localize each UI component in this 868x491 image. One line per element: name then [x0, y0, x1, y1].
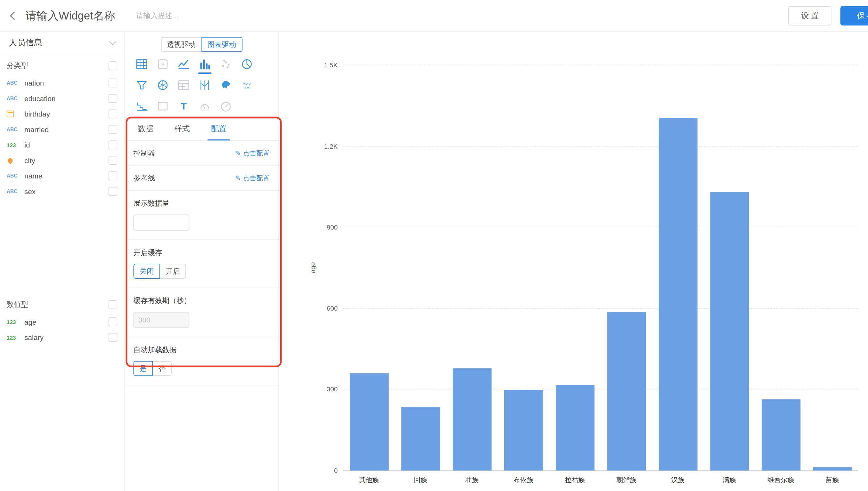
calendar-type-icon — [7, 111, 24, 117]
field-city[interactable]: city — [0, 153, 124, 168]
display-count-block: 展示数据量 — [125, 191, 279, 240]
cache-option[interactable]: 开启 — [160, 264, 186, 279]
controller-label: 控制器 — [133, 148, 155, 158]
bar[interactable] — [813, 467, 852, 470]
field-checkbox[interactable] — [108, 141, 117, 149]
funnel-chart-icon[interactable] — [131, 75, 153, 96]
parallel-chart-icon[interactable] — [194, 75, 215, 96]
bar[interactable] — [401, 407, 440, 470]
bar-chart-icon[interactable] — [194, 54, 215, 75]
pie-chart-icon[interactable] — [237, 54, 257, 75]
x-axis-label: 维吾尔族 — [768, 476, 794, 485]
bar[interactable] — [607, 312, 646, 470]
widget-editor: 设 置 保 存 人员信息 分类型ABCnationABCeducationbir… — [0, 0, 868, 491]
tab-data[interactable]: 数据 — [135, 118, 157, 141]
bar[interactable] — [350, 373, 388, 470]
field-id[interactable]: 123id — [0, 137, 124, 153]
x-axis-label: 满族 — [723, 476, 736, 485]
field-checkbox[interactable] — [108, 79, 117, 87]
back-button[interactable] — [0, 0, 26, 31]
back-chevron-icon — [10, 11, 19, 20]
field-name[interactable]: ABCname — [0, 168, 124, 183]
location-type-icon — [7, 158, 24, 163]
bar[interactable] — [453, 368, 491, 470]
map-chart-icon[interactable] — [215, 75, 237, 96]
field-checkbox[interactable] — [108, 171, 117, 180]
section-checkbox[interactable] — [108, 300, 117, 309]
field-name: age — [24, 318, 36, 326]
field-age[interactable]: 123age — [0, 314, 124, 329]
field-section: 数值型123age123salary — [0, 293, 124, 345]
line-chart-icon[interactable] — [173, 54, 194, 75]
controller-configure-link[interactable]: ✎ 点击配置 — [235, 148, 270, 158]
field-married[interactable]: ABCmarried — [0, 122, 124, 137]
cache-option[interactable]: 关闭 — [133, 264, 160, 279]
field-name: sex — [24, 187, 35, 195]
field-nation[interactable]: ABCnation — [0, 75, 124, 91]
section-header: 分类型 — [0, 54, 124, 75]
text-type-icon: ABC — [7, 189, 24, 194]
autoload-block: 自动加载数据 是否 — [125, 338, 279, 386]
field-checkbox[interactable] — [108, 317, 117, 326]
autoload-option[interactable]: 否 — [152, 361, 172, 376]
widget-description-input[interactable] — [136, 11, 225, 20]
bar[interactable] — [710, 192, 749, 471]
svg-text:word: word — [243, 82, 250, 85]
field-name: nation — [24, 79, 44, 87]
mode-pivot-option[interactable]: 透视驱动 — [161, 37, 202, 52]
tab-config[interactable]: 配置 — [208, 118, 230, 141]
bar[interactable] — [658, 118, 697, 470]
bar[interactable] — [504, 390, 543, 470]
cache-ttl-block: 缓存有效期（秒） — [125, 288, 279, 337]
widget-name-input[interactable] — [26, 9, 131, 22]
mode-toggle: 透视驱动图表驱动 — [125, 37, 279, 52]
calendar-glyph — [7, 111, 14, 117]
settings-button[interactable]: 设 置 — [788, 6, 832, 26]
field-checkbox[interactable] — [108, 125, 117, 134]
number-type-icon: 123 — [7, 334, 24, 340]
header: 设 置 保 存 — [0, 0, 868, 32]
field-checkbox[interactable] — [108, 110, 117, 118]
field-sex[interactable]: ABCsex — [0, 183, 124, 199]
cache-ttl-input — [133, 312, 189, 328]
tab-style[interactable]: 样式 — [171, 118, 193, 141]
y-tick-label: 1.2K — [324, 142, 338, 150]
field-checkbox[interactable] — [108, 187, 117, 196]
cache-label: 开启缓存 — [133, 248, 269, 258]
waterfall-chart-icon[interactable] — [131, 96, 153, 117]
y-tick-label: 0 — [334, 467, 338, 474]
display-count-input[interactable] — [133, 214, 189, 231]
field-salary[interactable]: 123salary — [0, 329, 124, 345]
field-checkbox[interactable] — [108, 94, 117, 103]
save-button[interactable]: 保 存 — [840, 6, 868, 26]
dataset-selector[interactable]: 人员信息 — [0, 32, 124, 54]
section-checkbox[interactable] — [108, 61, 117, 70]
autoload-option[interactable]: 是 — [133, 361, 153, 376]
field-education[interactable]: ABCeducation — [0, 91, 124, 106]
bar[interactable] — [555, 385, 594, 470]
table-chart-icon[interactable] — [131, 54, 153, 75]
radar-chart-icon[interactable] — [152, 75, 173, 96]
mode-chart-option[interactable]: 图表驱动 — [201, 37, 242, 52]
richtext-chart-icon[interactable]: T — [173, 96, 194, 117]
section-label: 分类型 — [7, 61, 28, 71]
number-type-icon: 123 — [7, 142, 24, 148]
section-label: 数值型 — [7, 300, 28, 310]
field-name: education — [24, 94, 56, 103]
svg-text:T: T — [181, 101, 187, 111]
bar[interactable] — [762, 399, 800, 470]
gridline — [343, 227, 858, 228]
field-checkbox[interactable] — [108, 333, 117, 342]
config-section: 控制器 ✎ 点击配置 参考线 ✎ 点击配置 展示数据量 开启缓存 关闭开启 — [125, 141, 279, 386]
controller-configure-text: 点击配置 — [243, 148, 269, 158]
reference-line-configure-link[interactable]: ✎ 点击配置 — [235, 173, 270, 183]
field-birthday[interactable]: birthday — [0, 106, 124, 122]
wordcloud-chart-icon[interactable]: wordcloud — [237, 75, 257, 96]
config-panel: 透视驱动图表驱动 8wordcloudT 数据样式配置 控制器 ✎ 点击配置 参… — [125, 32, 279, 491]
panel-tabs: 数据样式配置 — [125, 118, 279, 141]
y-axis-title: age — [309, 262, 317, 273]
field-name: birthday — [24, 110, 50, 118]
field-checkbox[interactable] — [108, 156, 117, 165]
pin-glyph — [7, 157, 14, 164]
x-axis-label: 汉族 — [671, 476, 684, 485]
